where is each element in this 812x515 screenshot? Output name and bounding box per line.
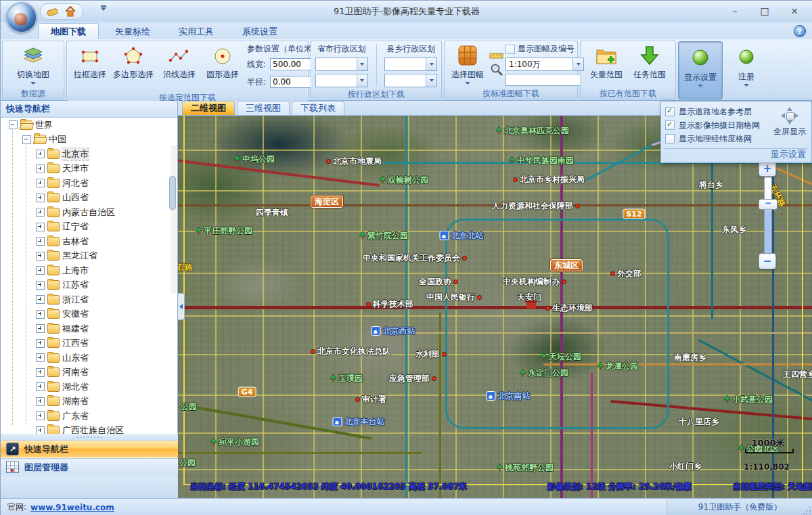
sidebar-splitter[interactable] [1,434,178,440]
sheet-scale-combo[interactable]: 1:100万 [505,58,584,71]
tree-item-province[interactable]: 北京市 [1,147,177,162]
expand-icon[interactable] [36,382,45,391]
tree-item-province[interactable]: 湖南省 [1,395,177,409]
quick-access-dropdown-icon[interactable] [101,7,106,11]
tree-item-province[interactable]: 福建省 [1,321,177,336]
expand-icon[interactable] [36,266,45,275]
tree-item-province[interactable]: 浙江省 [1,292,177,307]
tree-item-province[interactable]: 江苏省 [1,278,177,293]
app-logo-icon[interactable] [6,2,37,33]
combo-arrow-icon[interactable] [357,58,367,70]
zoom-slider-track[interactable] [764,177,772,254]
expand-icon[interactable] [36,310,45,319]
expand-icon[interactable] [36,208,45,217]
home-icon[interactable] [64,5,77,18]
combo-arrow-icon[interactable] [572,58,583,70]
expand-icon[interactable] [36,353,45,362]
expand-icon[interactable] [36,324,45,333]
zoom-slider-thumb[interactable]: − [759,199,777,210]
expand-icon[interactable] [36,281,45,290]
expand-icon[interactable] [36,150,45,158]
line-select-button[interactable]: 沿线选择 [158,42,201,81]
tree-item-world[interactable]: 世界 [1,118,177,133]
tab-vector-plot[interactable]: 矢量标绘 [103,24,162,39]
circle-select-button[interactable]: 圆形选择 [201,42,244,81]
tree-item-province[interactable]: 内蒙古自治区 [1,205,177,220]
resize-grip[interactable] [803,506,811,514]
tree-item-province[interactable]: 河北省 [1,176,177,191]
sidebar-button-quick-nav[interactable]: ↗ 快速导航栏 [1,440,178,457]
map-label-park: 桃苑郊野公园 [497,464,554,472]
register-button[interactable]: 注册 [725,41,768,99]
tab-system-settings[interactable]: 系统设置 [230,24,290,39]
tree-scrollbar[interactable] [171,145,177,294]
checkbox-unchecked-icon[interactable] [665,134,675,143]
expand-icon[interactable] [36,237,45,246]
expand-icon[interactable] [36,223,45,231]
province-combo-2[interactable] [315,74,368,87]
group-label-datasource: 数据源 [3,89,64,99]
expand-icon[interactable] [36,339,45,348]
collapse-icon[interactable] [22,135,31,144]
tree-item-province[interactable]: 安徽省 [1,307,177,322]
magnifier-icon[interactable] [489,62,504,77]
tree-item-province[interactable]: 天津市 [1,162,177,177]
fullscreen-control[interactable]: 全屏显示 [773,107,806,137]
site-link[interactable]: www.91weitu.com [30,503,114,512]
tab-download-list[interactable]: 下载列表 [292,101,344,115]
expand-icon[interactable] [36,252,45,261]
expand-icon[interactable] [36,295,45,304]
tree-item-province[interactable]: 河南省 [1,365,177,380]
expand-icon[interactable] [36,194,45,202]
combo-arrow-icon[interactable] [426,58,436,70]
county-combo-1[interactable] [384,58,437,71]
maximize-button[interactable]: □ [750,3,779,19]
expand-icon[interactable] [36,164,45,173]
tab-map-download[interactable]: 地图下载 [38,23,99,39]
expand-icon[interactable] [36,411,45,420]
tree-item-china[interactable]: 中国 [1,133,177,148]
map-viewport[interactable]: 中坞公园北京奥林匹克公园中华民族园南园双榆树公园平庄郊野公园紫竹院公园玉璞园天坛… [178,116,812,498]
tab-3d-view[interactable]: 三维视图 [237,101,290,115]
checkbox-checked-icon[interactable] [665,107,675,116]
tree-item-province[interactable]: 黑龙江省 [1,249,177,264]
display-settings-button[interactable]: 显示设置 [678,41,723,99]
task-range-button[interactable]: 任务范围 [628,42,671,81]
province-combo-1[interactable] [315,58,368,71]
minimize-button[interactable]: – [721,3,749,19]
zoom-out-button[interactable]: − [759,253,776,269]
county-combo-2[interactable] [384,74,437,87]
tree-item-province[interactable]: 江西省 [1,336,177,351]
sidebar-collapse-arrow[interactable] [178,293,185,320]
vector-range-button[interactable]: 矢量范围 [585,42,628,81]
tree-item-province[interactable]: 山东省 [1,351,177,365]
tree-item-province[interactable]: 山西省 [1,191,177,206]
sidebar-button-layer-manager[interactable]: 图层管理器 [1,458,178,476]
rect-select-button[interactable]: 拉框选择 [68,42,112,81]
tree-item-province[interactable]: 广西壮族自治区 [1,424,177,435]
tree-item-province[interactable]: 广东省 [1,409,177,424]
ruler-icon[interactable] [489,51,504,60]
scrollbar-thumb[interactable] [169,176,176,210]
select-sheet-button[interactable]: 选择图幅 [446,42,489,85]
tag-icon[interactable] [46,5,60,18]
expand-icon[interactable] [36,397,45,406]
combo-arrow-icon[interactable] [357,74,367,87]
polygon-select-button[interactable]: 多边形选择 [112,42,155,81]
tab-utilities[interactable]: 实用工具 [166,24,226,39]
show-sheet-checkbox[interactable] [505,45,515,54]
close-button[interactable]: × [780,3,809,19]
help-icon[interactable]: ? [794,25,806,37]
tree-item-province[interactable]: 湖北省 [1,380,177,395]
tree-item-province[interactable]: 吉林省 [1,234,177,249]
tab-2d-view[interactable]: 二维视图 [182,101,235,115]
sheet-number-input[interactable] [505,74,584,86]
tree-item-province[interactable]: 辽宁省 [1,220,177,235]
tree-item-province[interactable]: 上海市 [1,263,177,278]
collapse-icon[interactable] [9,120,18,129]
checkbox-checked-icon[interactable] [665,120,675,130]
expand-icon[interactable] [36,368,45,377]
switch-map-button[interactable]: 切换地图 [12,42,55,85]
expand-icon[interactable] [36,179,45,187]
combo-arrow-icon[interactable] [426,74,436,87]
